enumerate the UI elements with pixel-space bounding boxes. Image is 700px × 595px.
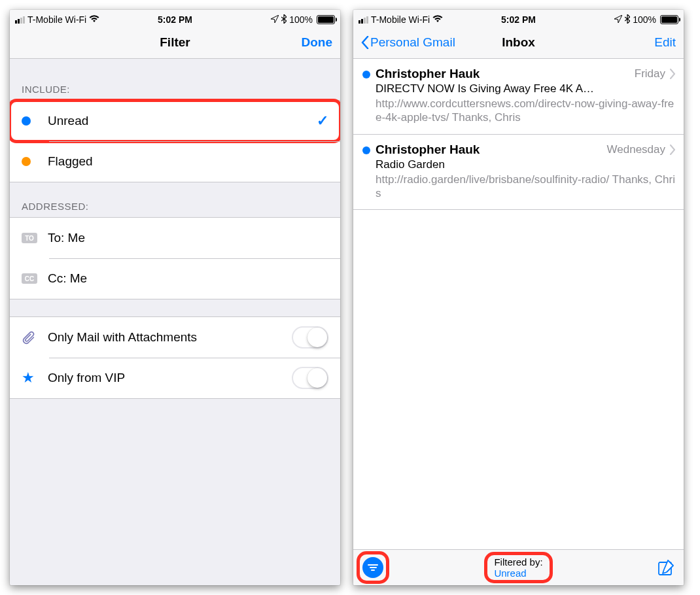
- filter-row-attachments[interactable]: Only Mail with Attachments: [10, 317, 340, 358]
- battery-percentage: 100%: [633, 14, 656, 25]
- back-button[interactable]: Personal Gmail: [361, 35, 455, 50]
- wifi-icon: [432, 15, 443, 25]
- cell-label: Only from VIP: [48, 371, 292, 385]
- cc-badge-icon: CC: [22, 273, 37, 284]
- message-date: Wednesday: [607, 143, 665, 156]
- status-time: 5:02 PM: [122, 14, 228, 25]
- section-header-include: INCLUDE:: [10, 59, 340, 100]
- bottom-toolbar: Filtered by: Unread: [353, 549, 684, 585]
- unread-dot-icon: [22, 116, 31, 126]
- battery-icon: [317, 15, 335, 24]
- bluetooth-icon: [281, 14, 287, 26]
- vip-toggle[interactable]: [292, 367, 328, 389]
- to-badge-icon: TO: [22, 233, 37, 243]
- bluetooth-icon: [625, 14, 630, 26]
- phone-inbox-screen: T-Mobile Wi-Fi 5:02 PM 100% Personal Gma…: [353, 10, 684, 585]
- attachments-toggle[interactable]: [292, 326, 328, 348]
- filter-row-vip[interactable]: ★ Only from VIP: [10, 358, 340, 398]
- message-sender: Christopher Hauk: [376, 67, 635, 81]
- cell-label: Only Mail with Attachments: [48, 330, 292, 345]
- message-row[interactable]: Christopher Hauk Wednesday Radio Garden …: [353, 135, 684, 211]
- signal-strength-icon: [15, 16, 25, 24]
- filtered-by-label: Filtered by:: [494, 556, 542, 568]
- phone-filter-screen: T-Mobile Wi-Fi 5:02 PM 100% Filter Done …: [10, 10, 340, 585]
- filter-row-flagged[interactable]: Flagged: [10, 141, 340, 182]
- chevron-left-icon: [361, 36, 369, 49]
- message-preview: http://radio.garden/live/brisbane/soulfi…: [376, 173, 676, 201]
- star-icon: ★: [22, 369, 35, 386]
- nav-title: Filter: [10, 35, 340, 50]
- cell-label: To: Me: [48, 231, 328, 245]
- message-subject: Radio Garden: [376, 158, 676, 171]
- status-time: 5:02 PM: [465, 14, 572, 25]
- battery-percentage: 100%: [289, 14, 313, 25]
- done-button[interactable]: Done: [302, 35, 333, 50]
- message-preview: http://www.cordcuttersnews.com/directv-n…: [376, 97, 676, 125]
- filter-row-unread[interactable]: Unread ✓: [10, 101, 340, 141]
- cell-label: Unread: [48, 114, 317, 128]
- status-bar: T-Mobile Wi-Fi 5:02 PM 100%: [10, 10, 340, 27]
- unread-indicator-icon: [362, 71, 370, 78]
- location-icon: [271, 14, 279, 25]
- battery-icon: [660, 15, 678, 24]
- cell-label: Cc: Me: [48, 271, 328, 286]
- location-icon: [614, 14, 622, 25]
- filtered-by-button[interactable]: Filtered by: Unread: [487, 555, 549, 581]
- filtered-by-value: Unread: [494, 568, 542, 579]
- section-header-addressed: ADDRESSED:: [10, 182, 340, 217]
- message-row[interactable]: Christopher Hauk Friday DIRECTV NOW Is G…: [353, 59, 684, 135]
- wifi-icon: [89, 15, 99, 25]
- paperclip-icon: [22, 330, 48, 345]
- back-label: Personal Gmail: [370, 35, 455, 50]
- nav-bar: Personal Gmail Inbox Edit: [353, 27, 684, 59]
- flagged-dot-icon: [22, 157, 31, 166]
- cell-label: Flagged: [48, 154, 328, 169]
- chevron-right-icon: [669, 69, 676, 79]
- message-subject: DIRECTV NOW Is Giving Away Free 4K A…: [376, 82, 676, 95]
- status-bar: T-Mobile Wi-Fi 5:02 PM 100%: [353, 10, 684, 27]
- filter-row-cc-me[interactable]: CC Cc: Me: [10, 258, 340, 299]
- carrier-label: T-Mobile Wi-Fi: [371, 14, 430, 25]
- filter-row-to-me[interactable]: TO To: Me: [10, 218, 340, 258]
- message-list: Christopher Hauk Friday DIRECTV NOW Is G…: [353, 59, 684, 549]
- message-date: Friday: [635, 67, 665, 80]
- carrier-label: T-Mobile Wi-Fi: [27, 14, 86, 25]
- nav-bar: Filter Done: [10, 27, 340, 59]
- unread-indicator-icon: [362, 146, 370, 154]
- chevron-right-icon: [669, 144, 676, 155]
- message-sender: Christopher Hauk: [376, 143, 607, 157]
- signal-strength-icon: [359, 16, 368, 24]
- checkmark-icon: ✓: [317, 112, 328, 129]
- edit-button[interactable]: Edit: [654, 35, 676, 50]
